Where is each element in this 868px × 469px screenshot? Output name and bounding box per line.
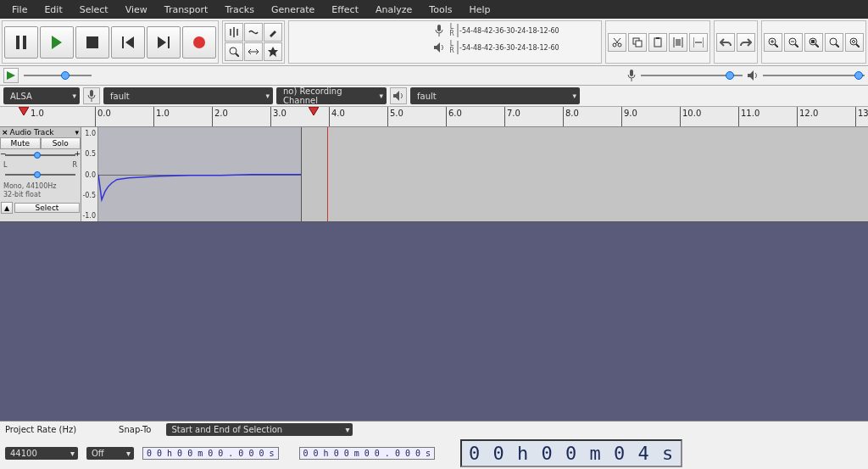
recording-meter[interactable]: LR -54-48-42-36-30-24-18-12-60 [431,23,459,38]
zoom-in-button[interactable] [764,33,782,52]
svg-marker-39 [7,71,15,80]
playback-meter[interactable]: LR -54-48-42-36-30-24-18-12-60 [431,40,459,55]
timeline-ruler[interactable]: 1.0 0.01.02.03.04.05.06.07.08.09.010.011… [0,107,868,127]
audio-position-time[interactable]: 0 0 h 0 0 m 0 4 s [460,439,682,467]
waveform-canvas[interactable] [98,127,868,221]
play-at-speed-button[interactable] [3,68,19,83]
redo-button[interactable] [737,33,755,52]
track-close-button[interactable]: × [2,128,8,137]
track-format: Mono, 44100Hz32-bit float [0,181,81,201]
play-button[interactable] [40,26,74,59]
undo-button[interactable] [716,33,735,52]
selection-end-time[interactable]: 0 0 h 0 0 m 0 0 . 0 0 0 s [299,447,436,460]
solo-button[interactable]: Solo [41,137,81,149]
multi-tool[interactable] [264,42,282,61]
trim-button[interactable] [669,33,687,52]
tools-group [222,20,285,64]
menu-tracks[interactable]: Tracks [216,3,263,17]
audio-host-dropdown[interactable]: ALSA [3,87,80,104]
pan-R-label: R [72,161,77,169]
menu-file[interactable]: File [3,3,36,17]
svg-point-37 [850,38,857,45]
record-button[interactable] [182,26,216,59]
menu-transport[interactable]: Transport [156,3,217,17]
pan-slider[interactable] [0,169,81,181]
playback-volume-slider[interactable] [763,70,865,81]
menu-select[interactable]: Select [71,3,117,17]
timeshift-tool[interactable] [244,42,263,61]
recording-device-dropdown[interactable]: fault [103,87,273,104]
mute-button[interactable]: Mute [0,137,41,149]
menu-generate[interactable]: Generate [263,3,323,17]
selection-start-time[interactable]: 0 0 h 0 0 m 0 0 . 0 0 0 s [142,447,279,460]
svg-rect-1 [23,36,26,49]
menu-help[interactable]: Help [460,3,498,17]
ruler-tick: 13.0 [855,107,856,126]
svg-line-30 [795,44,798,47]
envelope-tool[interactable] [244,23,263,42]
svg-marker-43 [393,91,399,101]
zoom-out-button[interactable] [784,33,803,52]
audio-clip[interactable] [98,127,302,221]
menu-edit[interactable]: Edit [36,3,70,17]
meters-group: LR -54-48-42-36-30-24-18-12-60 LR -54-48… [288,20,602,64]
recording-channels-dropdown[interactable]: no) Recording Channel [276,87,387,104]
ruler-tick: 6.0 [446,107,447,126]
svg-rect-42 [90,90,93,97]
gain-slider[interactable]: −+ [0,149,81,161]
skip-start-button[interactable] [111,26,145,59]
copy-button[interactable] [628,33,647,52]
svg-line-38 [856,44,860,47]
playhead-line [327,127,328,221]
menu-view[interactable]: View [117,3,156,17]
recording-volume-slider[interactable] [641,70,743,81]
svg-rect-17 [654,38,661,47]
pause-button[interactable] [4,26,38,59]
rec-lr-label: LR [447,24,457,37]
svg-rect-40 [630,70,633,76]
paste-button[interactable] [648,33,667,52]
fit-selection-button[interactable] [804,33,823,52]
svg-marker-44 [19,107,29,115]
mic-icon [431,25,447,36]
ruler-tick: 3.0 [270,107,271,126]
svg-marker-41 [748,70,754,81]
selection-tool[interactable] [225,23,243,42]
track-name[interactable]: Audio Track [10,128,74,137]
draw-tool[interactable] [264,23,282,42]
menu-tools[interactable]: Tools [420,3,460,17]
fit-project-button[interactable] [825,33,843,52]
transport-group [2,20,219,64]
project-rate-dropdown[interactable]: 44100 [5,447,78,460]
skip-end-button[interactable] [147,26,181,59]
track-menu-button[interactable]: ▾ [75,128,79,137]
svg-rect-7 [168,36,170,48]
selection-type-dropdown[interactable]: Start and End of Selection [166,423,353,436]
stop-button[interactable] [75,26,109,59]
ruler-start-label: 1.0 [31,109,44,118]
menu-analyze[interactable]: Analyze [367,3,420,17]
vertical-scale[interactable]: 1.0 0.5 0.0 -0.5 -1.0 [81,127,98,221]
playback-device-dropdown[interactable]: fault [410,87,580,104]
svg-line-33 [815,44,819,47]
menu-effect[interactable]: Effect [323,3,367,17]
undo-group [714,20,758,64]
selection-toolbar: Project Rate (Hz) Snap-To Start and End … [0,421,868,469]
snap-to-dropdown[interactable]: Off [86,447,134,460]
collapse-button[interactable]: ▲ [1,202,13,214]
svg-marker-5 [125,36,134,48]
svg-rect-4 [122,36,124,48]
svg-point-35 [830,38,837,45]
track-select-button[interactable]: Select [14,203,80,213]
zoom-tool[interactable] [225,42,243,61]
playback-speed-slider[interactable] [24,70,92,81]
empty-track-area[interactable] [0,222,868,431]
playhead-marker[interactable] [309,107,319,117]
selection-start-marker[interactable] [19,107,29,117]
zoom-toggle-button[interactable] [845,33,864,52]
svg-rect-0 [16,36,19,49]
svg-marker-6 [158,36,166,48]
silence-button[interactable] [689,33,708,52]
speaker-icon [390,87,407,104]
cut-button[interactable] [608,33,626,52]
